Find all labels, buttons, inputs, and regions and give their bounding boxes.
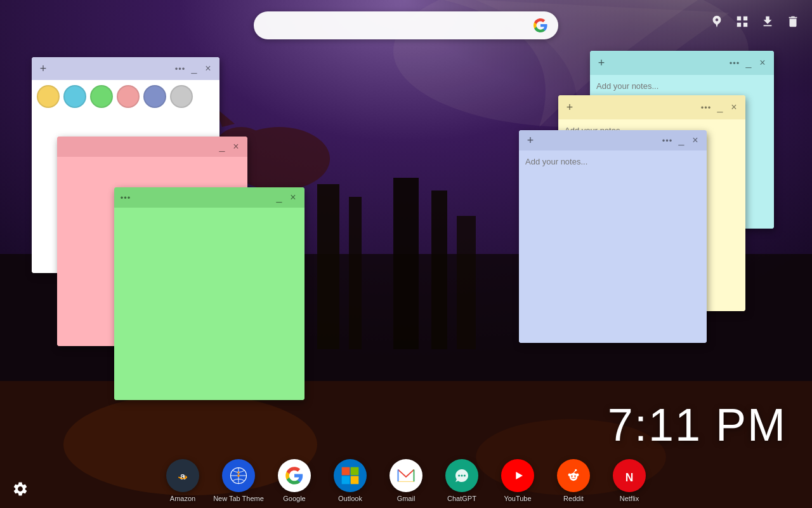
svg-text:N: N bbox=[625, 471, 634, 484]
download-icon[interactable] bbox=[759, 13, 776, 30]
reddit-icon bbox=[557, 459, 590, 492]
note1-header: + ••• _ × bbox=[32, 57, 219, 80]
note1-minimize-btn[interactable]: _ bbox=[188, 62, 200, 75]
newtab-label: New Tab Theme bbox=[213, 495, 264, 502]
note1-close-btn[interactable]: × bbox=[202, 62, 214, 75]
svg-point-35 bbox=[576, 474, 579, 476]
dock-item-amazon[interactable]: a Amazon bbox=[157, 459, 208, 502]
note6-minimize-btn[interactable]: _ bbox=[675, 134, 688, 147]
search-input[interactable] bbox=[264, 20, 528, 31]
note3-body bbox=[114, 208, 304, 400]
note3-minimize-btn[interactable]: _ bbox=[273, 191, 285, 204]
dock-item-reddit[interactable]: Reddit bbox=[548, 459, 599, 502]
svg-rect-21 bbox=[351, 467, 359, 476]
color-yellow[interactable] bbox=[37, 85, 60, 108]
dock-item-netflix[interactable]: N Netflix bbox=[604, 459, 655, 502]
color-cyan[interactable] bbox=[63, 85, 86, 108]
note1-menu-btn[interactable]: ••• bbox=[174, 62, 187, 75]
note4-header-left: + bbox=[595, 57, 608, 69]
note5-add-btn[interactable]: + bbox=[563, 101, 576, 114]
note3-menu-btn[interactable]: ••• bbox=[119, 191, 132, 204]
svg-rect-8 bbox=[431, 190, 447, 349]
gmail-label: Gmail bbox=[397, 495, 416, 502]
youtube-icon bbox=[501, 459, 534, 492]
note2-header-right: _ × bbox=[216, 140, 242, 153]
svg-rect-9 bbox=[457, 216, 476, 349]
dock-item-newtab[interactable]: New Tab Theme bbox=[213, 459, 264, 502]
note3-close-btn[interactable]: × bbox=[287, 191, 299, 204]
note6-menu-btn[interactable]: ••• bbox=[661, 134, 674, 147]
svg-text:a: a bbox=[180, 471, 186, 481]
note5-close-btn[interactable]: × bbox=[728, 101, 740, 114]
clock: 7:11 PM bbox=[608, 399, 787, 451]
note6-header-right: ••• _ × bbox=[661, 134, 702, 147]
note1-header-left: + bbox=[37, 62, 49, 75]
note1-add-btn[interactable]: + bbox=[37, 62, 49, 75]
note1-header-right: ••• _ × bbox=[174, 62, 214, 75]
note4-add-btn[interactable]: + bbox=[595, 57, 608, 69]
svg-point-33 bbox=[574, 475, 576, 477]
note5-header-right: ••• _ × bbox=[700, 101, 740, 114]
svg-point-32 bbox=[571, 475, 573, 477]
note4-menu-btn[interactable]: ••• bbox=[728, 57, 741, 69]
newtab-icon bbox=[222, 459, 255, 492]
outlook-label: Outlook bbox=[338, 495, 362, 502]
dock-item-outlook[interactable]: Outlook bbox=[325, 459, 376, 502]
note6-close-btn[interactable]: × bbox=[689, 134, 702, 147]
google-icon bbox=[278, 459, 311, 492]
svg-rect-5 bbox=[317, 184, 339, 349]
color-purple[interactable] bbox=[143, 85, 166, 108]
note4-minimize-btn[interactable]: _ bbox=[742, 57, 755, 69]
sticky-note-6: + ••• _ × bbox=[519, 130, 707, 343]
note4-close-btn[interactable]: × bbox=[756, 57, 769, 69]
svg-point-19 bbox=[237, 474, 240, 477]
note6-textarea[interactable] bbox=[525, 157, 700, 338]
dock: a Amazon New Tab Theme bbox=[0, 457, 812, 508]
color-gray[interactable] bbox=[170, 85, 193, 108]
note2-close-btn[interactable]: × bbox=[230, 140, 242, 153]
note2-minimize-btn[interactable]: _ bbox=[216, 140, 228, 153]
google-logo bbox=[533, 18, 548, 33]
svg-rect-6 bbox=[349, 197, 362, 349]
note3-header-right: _ × bbox=[273, 191, 299, 204]
dock-item-youtube[interactable]: YouTube bbox=[492, 459, 543, 502]
search-container bbox=[254, 11, 558, 39]
dock-item-chatgpt[interactable]: ChatGPT bbox=[436, 459, 487, 502]
gmail-icon bbox=[390, 459, 422, 492]
reddit-label: Reddit bbox=[563, 495, 584, 502]
dock-item-gmail[interactable]: Gmail bbox=[381, 459, 431, 502]
note6-body[interactable] bbox=[519, 150, 707, 343]
note3-header: ••• _ × bbox=[114, 187, 304, 208]
svg-rect-22 bbox=[342, 476, 350, 485]
extension-icon[interactable] bbox=[708, 13, 726, 30]
google-label: Google bbox=[283, 495, 305, 502]
grid-icon[interactable] bbox=[733, 13, 751, 30]
note4-header-right: ••• _ × bbox=[728, 57, 769, 69]
chatgpt-icon bbox=[445, 459, 478, 492]
svg-rect-23 bbox=[351, 476, 359, 485]
amazon-label: Amazon bbox=[170, 495, 195, 502]
note5-header: + ••• _ × bbox=[558, 95, 745, 119]
netflix-icon: N bbox=[613, 459, 646, 492]
svg-point-24 bbox=[458, 474, 460, 476]
note3-header-left: ••• bbox=[119, 191, 132, 204]
note5-minimize-btn[interactable]: _ bbox=[714, 101, 726, 114]
outlook-icon bbox=[334, 459, 367, 492]
trash-icon[interactable] bbox=[784, 13, 802, 30]
dock-item-google[interactable]: Google bbox=[269, 459, 320, 502]
youtube-label: YouTube bbox=[504, 495, 531, 502]
sticky-note-3: ••• _ × bbox=[114, 187, 304, 400]
note6-add-btn[interactable]: + bbox=[524, 134, 537, 147]
svg-point-25 bbox=[461, 474, 462, 476]
svg-point-26 bbox=[464, 474, 466, 476]
color-pink[interactable] bbox=[117, 85, 140, 108]
netflix-label: Netflix bbox=[620, 495, 639, 502]
note5-menu-btn[interactable]: ••• bbox=[700, 101, 712, 114]
svg-point-37 bbox=[575, 469, 577, 471]
color-green[interactable] bbox=[90, 85, 113, 108]
svg-rect-7 bbox=[393, 178, 419, 349]
note4-header: + ••• _ × bbox=[590, 51, 774, 75]
note2-header: _ × bbox=[57, 137, 247, 157]
amazon-icon: a bbox=[166, 459, 199, 492]
note6-header: + ••• _ × bbox=[519, 130, 707, 150]
